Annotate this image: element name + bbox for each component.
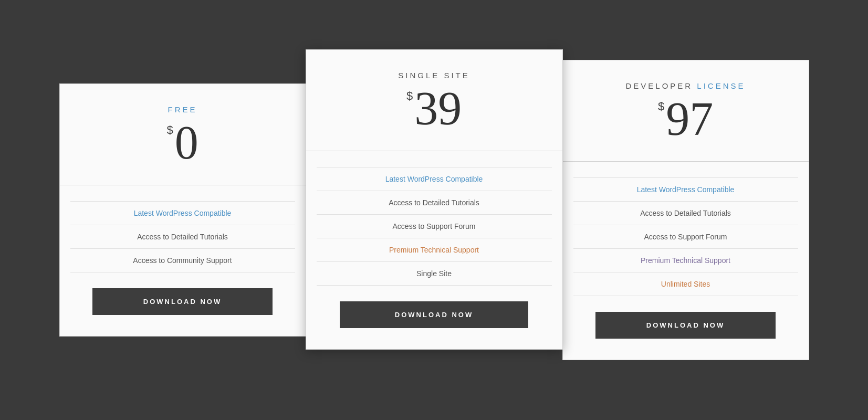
currency-symbol: $ — [658, 101, 664, 112]
feature-item: Unlimited Sites — [573, 272, 798, 296]
plan-name-free: FREE — [76, 105, 290, 114]
pricing-section: FREE$0Latest WordPress CompatibleAccess … — [0, 39, 868, 381]
download-button-free[interactable]: DOWNLOAD NOW — [92, 288, 272, 315]
feature-item: Latest WordPress Compatible — [573, 177, 798, 202]
feature-item: Access to Community Support — [70, 249, 295, 272]
price-amount: 0 — [175, 119, 198, 166]
card-header-free: FREE$0 — [60, 84, 306, 185]
feature-item: Access to Support Forum — [573, 225, 798, 249]
plan-name-text: DEVELOPER — [625, 81, 697, 90]
plan-name-text: FREE — [168, 105, 197, 114]
feature-item: Latest WordPress Compatible — [317, 167, 552, 191]
feature-item: Access to Support Forum — [317, 215, 552, 238]
feature-item: Access to Detailed Tutorials — [573, 202, 798, 225]
price-amount: 39 — [414, 85, 462, 132]
price-amount: 97 — [666, 96, 713, 143]
download-button-single-site[interactable]: DOWNLOAD NOW — [340, 301, 528, 328]
feature-item: Single Site — [317, 262, 552, 286]
pricing-card-free: FREE$0Latest WordPress CompatibleAccess … — [59, 83, 306, 337]
card-header-single-site: SINGLE SITE$39 — [306, 50, 562, 151]
feature-item: Latest WordPress Compatible — [70, 201, 295, 225]
download-button-developer-license[interactable]: DOWNLOAD NOW — [595, 312, 775, 339]
feature-item: Premium Technical Support — [317, 238, 552, 262]
plan-name-single-site: SINGLE SITE — [322, 71, 547, 80]
pricing-card-single-site: SINGLE SITE$39Latest WordPress Compatibl… — [306, 49, 563, 350]
card-header-developer-license: DEVELOPER LICENSE$97 — [563, 60, 809, 162]
currency-symbol: $ — [166, 124, 173, 136]
feature-item: Access to Detailed Tutorials — [317, 191, 552, 215]
price-wrapper-single-site: $39 — [322, 85, 547, 132]
feature-item: Access to Detailed Tutorials — [70, 225, 295, 249]
card-body-developer-license: Latest WordPress CompatibleAccess to Det… — [563, 162, 809, 360]
plan-name-text: SINGLE SITE — [398, 71, 470, 80]
card-body-free: Latest WordPress CompatibleAccess to Det… — [60, 185, 306, 336]
feature-item: Premium Technical Support — [573, 249, 798, 272]
currency-symbol: $ — [406, 90, 413, 102]
pricing-card-developer-license: DEVELOPER LICENSE$97Latest WordPress Com… — [562, 60, 809, 360]
price-wrapper-developer-license: $97 — [579, 96, 793, 143]
card-body-single-site: Latest WordPress CompatibleAccess to Det… — [306, 151, 562, 349]
plan-name-text: LICENSE — [697, 81, 745, 90]
price-wrapper-free: $0 — [76, 119, 290, 166]
plan-name-developer-license: DEVELOPER LICENSE — [579, 81, 793, 90]
